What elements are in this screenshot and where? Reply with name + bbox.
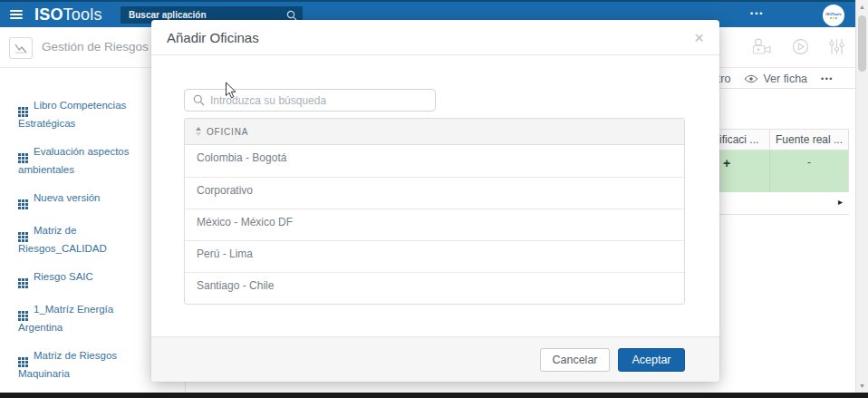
grid-icon [18, 153, 28, 163]
avatar[interactable]: ISOTools [823, 5, 844, 26]
scroll-down-icon[interactable]: ▼ [856, 383, 868, 389]
office-row[interactable]: Corporativo [185, 177, 684, 209]
risk-table-row: + - [715, 150, 849, 192]
cell-minus[interactable]: - [769, 150, 848, 192]
office-table: OFICINA Colombia - BogotáCorporativoMéxi… [184, 118, 685, 305]
menu-icon[interactable] [10, 10, 23, 21]
column-header-identificacion[interactable]: ificaci ... [716, 130, 769, 150]
sidebar-item-label: Libro Competencias Estratégicas [18, 100, 126, 129]
office-search-box[interactable] [184, 89, 436, 112]
sidebar-item-label: Riesgo SAIC [34, 271, 93, 282]
office-table-body: Colombia - BogotáCorporativoMéxico - Méx… [185, 145, 684, 304]
toolbar-view-label: Ver ficha [763, 73, 807, 85]
risk-matrix-table: ificaci ... Fuente real ... + - [715, 129, 849, 192]
sidebar-item-label: Evaluación aspectos ambientales [18, 146, 129, 175]
app-screen: ISOTools ••• ISOTools Gestión de Riesgos… [0, 0, 868, 398]
sidebar-item-label: Matriz de Riesgos Maquinaria [18, 350, 117, 379]
risk-table-header: ificaci ... Fuente real ... [715, 129, 849, 150]
office-column-label: OFICINA [207, 127, 248, 137]
bottom-taskbar-strip [0, 393, 868, 398]
office-row[interactable]: México - México DF [185, 209, 684, 240]
office-row[interactable]: Colombia - Bogotá [185, 145, 684, 177]
modal-title: Añadir Oficinas [167, 30, 259, 45]
chart-icon [9, 37, 33, 59]
grid-icon [18, 357, 28, 367]
accept-button[interactable]: Aceptar [618, 348, 685, 372]
cell-plus[interactable]: + [716, 150, 769, 192]
content-action-icons [752, 38, 844, 55]
grid-icon [18, 199, 28, 209]
grid-icon [18, 232, 28, 242]
grid-icon [18, 107, 28, 117]
close-icon[interactable]: × [694, 29, 704, 46]
sliders-icon[interactable] [829, 38, 844, 55]
app-logo[interactable]: ISOTools [34, 5, 102, 24]
scroll-right-icon[interactable]: ▸ [838, 197, 843, 207]
cancel-button[interactable]: Cancelar [540, 348, 610, 372]
eye-icon [744, 74, 758, 83]
add-offices-modal: Añadir Oficinas × OFICINA Colombia - Bog… [151, 20, 719, 382]
sidebar-item-label: Nueva versión [34, 192, 101, 203]
logo-light: Tools [63, 5, 102, 24]
app-search-input[interactable] [121, 10, 286, 20]
vertical-scrollbar[interactable]: ▲ ▼ [855, 0, 868, 393]
modal-header: Añadir Oficinas × [151, 20, 719, 55]
search-icon [286, 10, 297, 21]
logo-bold: ISO [34, 5, 63, 24]
office-table-header[interactable]: OFICINA [185, 119, 684, 145]
grid-icon [18, 278, 28, 288]
toolbar-more-icon[interactable]: ••• [821, 74, 834, 83]
scrollbar-thumb[interactable] [858, 15, 866, 72]
grid-icon [18, 311, 28, 321]
sidebar-item-label: Matriz de Riesgos_CALIDAD [18, 225, 107, 254]
avatar-dots [830, 17, 837, 19]
column-header-fuente-real[interactable]: Fuente real ... [769, 130, 848, 150]
office-row[interactable]: Santiago - Chile [185, 272, 684, 304]
modal-footer: Cancelar Aceptar [151, 336, 719, 382]
play-icon[interactable] [792, 38, 809, 55]
office-search-input[interactable] [210, 94, 435, 107]
toolbar-view-record[interactable]: Ver ficha [744, 73, 807, 85]
avatar-logo-text: ISOTools [825, 12, 841, 16]
office-row[interactable]: Perú - Lima [185, 240, 684, 272]
sidebar-item-label: 1_Matríz Energía Argentina [18, 304, 113, 333]
header-overflow-icon[interactable]: ••• [750, 9, 764, 18]
video-record-icon[interactable] [752, 38, 772, 55]
table-scroll-row: ▸ [715, 192, 849, 215]
sort-icon [196, 127, 201, 136]
search-icon [193, 94, 205, 106]
scroll-up-icon[interactable]: ▲ [856, 4, 868, 10]
